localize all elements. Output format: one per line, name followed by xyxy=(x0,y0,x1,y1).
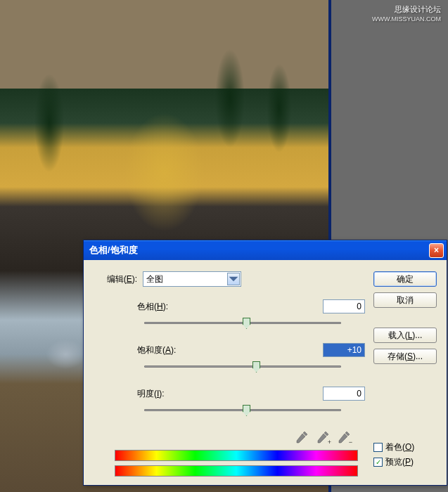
close-button[interactable]: × xyxy=(429,243,444,258)
checkbox-group: 着色(O) ✓ 预览(P) xyxy=(373,441,437,471)
colorize-label: 着色(O) xyxy=(385,441,414,453)
lightness-label: 明度(I): xyxy=(137,388,323,400)
minus-sign: − xyxy=(349,439,352,446)
watermark-text: 思缘设计论坛 xyxy=(372,4,441,14)
slider-track xyxy=(144,365,341,368)
chevron-down-icon xyxy=(228,273,239,285)
edit-row: 编辑(E): 全图 xyxy=(94,271,365,287)
saturation-label: 饱和度(A): xyxy=(137,344,323,356)
eyedropper-group: + − xyxy=(94,430,365,444)
dialog-titlebar[interactable]: 色相/饱和度 × xyxy=(84,240,447,260)
eyedropper-add-icon[interactable]: + xyxy=(316,430,330,444)
buttons-column: 确定 取消 载入(L)... 存储(S)... 着色(O) ✓ 预览(P) xyxy=(373,271,437,478)
watermark-url: WWW.MISSYUAN.COM xyxy=(372,14,441,24)
dropdown-button[interactable] xyxy=(227,273,240,285)
preview-checkbox[interactable]: ✓ xyxy=(373,458,383,467)
saturation-slider[interactable] xyxy=(144,360,341,373)
edit-value: 全图 xyxy=(146,273,163,285)
lightness-group: 明度(I): xyxy=(94,387,365,416)
colorize-row: 着色(O) xyxy=(373,441,437,453)
preview-row: ✓ 预览(P) xyxy=(373,456,437,468)
hue-input[interactable] xyxy=(323,299,365,313)
lightness-input[interactable] xyxy=(323,387,365,401)
saturation-input[interactable] xyxy=(323,343,365,357)
eyedropper-subtract-icon[interactable]: − xyxy=(337,430,351,444)
saturation-group: 饱和度(A): xyxy=(94,343,365,373)
lightness-slider[interactable] xyxy=(144,403,341,416)
eyedropper-icon[interactable] xyxy=(295,430,309,444)
dialog-title: 色相/饱和度 xyxy=(89,244,429,257)
edit-label: 编辑(E): xyxy=(94,273,137,285)
close-icon: × xyxy=(434,245,439,255)
preview-label: 预览(P) xyxy=(385,456,414,468)
hue-slider[interactable] xyxy=(144,316,341,329)
colorize-checkbox[interactable] xyxy=(373,443,383,452)
plus-sign: + xyxy=(328,439,331,446)
cancel-button[interactable]: 取消 xyxy=(373,292,437,308)
spectrum-bar-bottom xyxy=(115,465,358,477)
hue-label: 色相(H): xyxy=(137,301,323,313)
slider-thumb[interactable] xyxy=(252,361,260,373)
controls-column: 编辑(E): 全图 色相(H): xyxy=(94,271,365,478)
dialog-body: 编辑(E): 全图 色相(H): xyxy=(84,260,447,489)
spectrum-bar-top xyxy=(115,450,358,461)
edit-dropdown[interactable]: 全图 xyxy=(143,271,241,287)
hue-saturation-dialog: 色相/饱和度 × 编辑(E): 全图 色相(H): xyxy=(83,240,447,486)
slider-thumb[interactable] xyxy=(243,405,250,416)
watermark-top: 思缘设计论坛 WWW.MISSYUAN.COM xyxy=(372,4,441,24)
hue-group: 色相(H): xyxy=(94,299,365,329)
slider-thumb[interactable] xyxy=(243,318,250,329)
ok-button[interactable]: 确定 xyxy=(373,271,437,287)
load-button[interactable]: 载入(L)... xyxy=(373,328,437,343)
save-button[interactable]: 存储(S)... xyxy=(373,349,437,364)
